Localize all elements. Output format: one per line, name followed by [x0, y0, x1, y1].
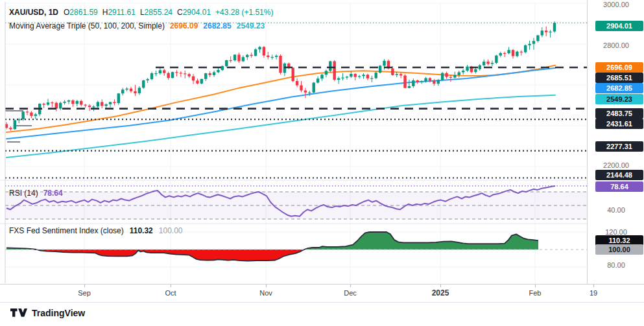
ohlc-value: 2855.24	[145, 8, 173, 17]
change-label: +43.28 (+1.51%)	[215, 8, 273, 17]
time-axis-tick-mark	[84, 285, 85, 287]
fxs-value: 110.32	[130, 226, 153, 235]
price-axis-badge: 2682.85	[595, 83, 643, 93]
price-axis-badge: 2685.51	[595, 73, 643, 83]
ohlc-key: O	[64, 8, 69, 17]
rsi-indicator-legend[interactable]: RSI (14)78.64	[9, 189, 63, 198]
price-axis-badge: 78.64	[595, 181, 643, 192]
price-axis-badge: 2144.48	[595, 170, 643, 180]
time-axis-tick-mark	[266, 285, 267, 287]
price-axis[interactable]: 3000.002800.002200.0040.00120.0080.00290…	[587, 0, 644, 301]
tradingview-chart: XAU/USD, 1DO2861.59H2911.61L2855.24C2904…	[0, 0, 644, 326]
time-axis-tick-label: Dec	[344, 289, 357, 297]
time-axis-tick-label: Sep	[78, 289, 91, 297]
ma-value: 2682.85	[203, 21, 231, 30]
ohlc-value: 2861.59	[69, 8, 97, 17]
time-axis-tick-mark	[593, 285, 594, 287]
price-axis-badge: 2483.75	[595, 108, 643, 119]
symbol-legend[interactable]: XAU/USD, 1DO2861.59H2911.61L2855.24C2904…	[9, 8, 273, 17]
time-axis-tick-mark	[350, 285, 351, 287]
time-axis-tick-mark	[171, 285, 171, 287]
fxs-baseline-value: 100.00	[159, 226, 183, 235]
time-axis-tick-label: 2025	[432, 288, 449, 297]
tradingview-logo-icon	[10, 309, 27, 318]
price-axis-label: 2200.00	[588, 161, 644, 170]
brand-name: TradingView	[32, 308, 85, 318]
time-axis-tick-label: Feb	[529, 289, 542, 297]
ohlc-key: C	[177, 8, 183, 17]
price-axis-label: 3000.00	[588, 0, 644, 9]
price-axis-label: 80.00	[588, 261, 644, 270]
chart-canvas[interactable]	[0, 0, 644, 326]
ohlc-value: 2911.61	[108, 8, 136, 17]
time-axis-tick-label: Nov	[259, 289, 272, 297]
price-axis-badge: 2904.01	[595, 21, 643, 31]
time-axis-tick-mark	[535, 285, 536, 287]
fxs-sentiment-indicator-legend[interactable]: FXS Fed Sentiment Index (close)110.32100…	[9, 226, 183, 235]
rsi-value: 78.64	[43, 189, 63, 198]
price-axis-badge: 100.00	[595, 244, 643, 255]
time-axis-tick-label: Oct	[165, 289, 176, 297]
time-axis[interactable]: SepOctNovDec2025Feb19	[0, 284, 644, 303]
fxs-indicator-title: FXS Fed Sentiment Index (close)	[9, 226, 124, 235]
ma-value: 2696.09	[170, 21, 198, 30]
price-axis-label: 40.00	[588, 205, 644, 215]
tradingview-attribution[interactable]: TradingView	[10, 308, 85, 318]
rsi-indicator-title: RSI (14)	[9, 189, 38, 198]
price-axis-badge: 2431.61	[595, 119, 643, 129]
ohlc-key: L	[140, 8, 145, 17]
ma-indicator-title: Moving Average Triple (50, 100, 200, Sim…	[9, 21, 165, 30]
symbol-interval-label: XAU/USD, 1D	[9, 8, 58, 17]
price-axis-badge: 2549.23	[595, 94, 643, 104]
ohlc-value: 2904.01	[183, 8, 211, 17]
ma-triple-indicator-legend[interactable]: Moving Average Triple (50, 100, 200, Sim…	[9, 21, 270, 30]
price-axis-badge: 2696.09	[595, 62, 643, 73]
price-axis-badge: 2277.31	[595, 141, 643, 152]
price-axis-label: 2800.00	[588, 41, 644, 50]
ma-value: 2549.23	[237, 21, 265, 30]
time-axis-tick-mark	[440, 285, 441, 287]
time-axis-tick-label: 19	[590, 289, 597, 297]
